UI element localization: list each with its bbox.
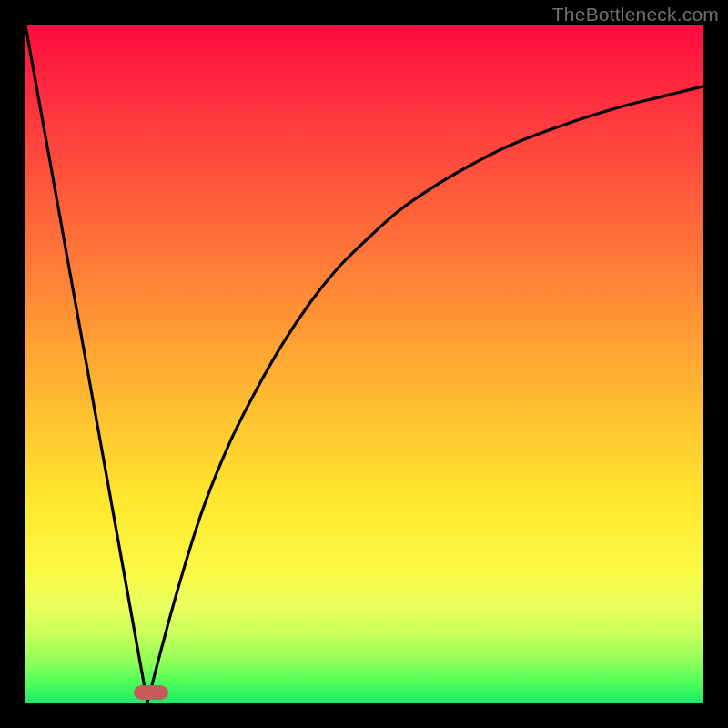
watermark-text: TheBottleneck.com xyxy=(552,4,719,25)
chart-frame: TheBottleneck.com xyxy=(0,0,728,728)
optimal-point-marker xyxy=(134,685,168,700)
curve-right-branch xyxy=(147,86,703,703)
curve-left-branch xyxy=(25,25,147,703)
plot-area xyxy=(25,25,703,703)
bottleneck-curve xyxy=(25,25,703,703)
